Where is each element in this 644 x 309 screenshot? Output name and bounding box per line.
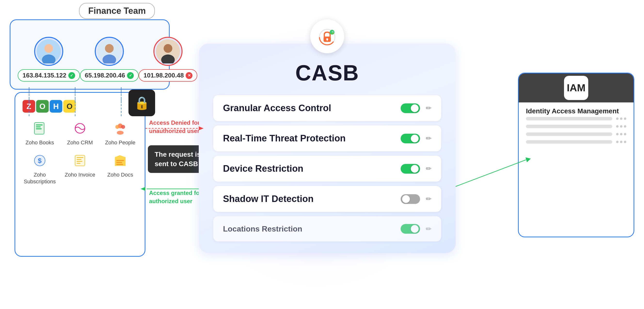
crm-icon: [72, 120, 88, 137]
app-docs-name: Zoho Docs: [107, 171, 133, 178]
feature-controls-0: ✏: [401, 103, 432, 113]
feature-row-1: Real-Time Threat Protection ✏: [213, 125, 441, 151]
edit-icon-2[interactable]: ✏: [426, 165, 432, 173]
app-invoice: Zoho Invoice: [63, 152, 97, 185]
edit-icon-1[interactable]: ✏: [426, 134, 432, 142]
casb-panel: CASB Granular Access Control ✏ Real-Time…: [199, 43, 456, 253]
app-crm-name: Zoho CRM: [67, 139, 93, 146]
feature-row-3: Shadow IT Detection ✏: [213, 186, 441, 212]
zoho-logo: Z O H O: [22, 100, 138, 113]
lock-badge: 🔒: [128, 90, 155, 116]
casb-icon-circle: 🍃: [310, 19, 344, 53]
access-denied-text: Access Denied for unauthorized user: [149, 119, 202, 135]
svg-rect-22: [76, 161, 82, 162]
ip-badge-3: 101.98.200.48 ✕: [139, 69, 197, 82]
dot: [620, 141, 622, 143]
iam-dots-3: [616, 133, 626, 135]
svg-rect-10: [36, 124, 43, 125]
ip-badge-2: 65.198.200.46 ✓: [80, 69, 139, 82]
dot: [624, 117, 626, 120]
zoho-box: Z O H O Zoho Books Z: [14, 92, 146, 257]
feature-label-4: Locations Restriction: [223, 225, 302, 234]
feature-row-2: Device Restriction ✏: [213, 156, 441, 182]
svg-point-15: [121, 125, 125, 129]
toggle-1[interactable]: [401, 134, 420, 143]
toggle-2[interactable]: [401, 164, 420, 174]
feature-controls-2: ✏: [401, 164, 432, 174]
feature-label-1: Real-Time Threat Protection: [223, 133, 346, 144]
iam-icon-box: IAM: [564, 76, 588, 100]
iam-row-4: [526, 140, 626, 144]
zoho-apps-grid: Zoho Books Zoho CRM Zoho People: [22, 120, 138, 185]
svg-rect-21: [76, 159, 82, 160]
iam-bar-3: [526, 132, 612, 136]
dot: [620, 117, 622, 120]
dot: [616, 117, 618, 120]
iam-row-1: [526, 117, 626, 120]
feature-controls-1: ✏: [401, 134, 432, 143]
iam-bar-4: [526, 140, 612, 144]
svg-rect-12: [36, 128, 42, 129]
svg-rect-31: [327, 39, 328, 41]
iam-bar-2: [526, 125, 612, 128]
svg-rect-11: [36, 126, 41, 127]
app-docs: Zoho Docs: [103, 152, 138, 185]
svg-point-14: [115, 125, 119, 129]
zoho-h: H: [50, 100, 62, 113]
iam-row-2: [526, 125, 626, 128]
feature-row-4: Locations Restriction ✏: [213, 216, 441, 242]
svg-rect-25: [116, 162, 122, 163]
avatar-1: [34, 37, 63, 66]
svg-point-1: [44, 44, 53, 53]
toggle-3[interactable]: [401, 194, 420, 204]
toggle-0[interactable]: [401, 103, 420, 113]
dot: [616, 141, 618, 143]
iam-row-3: [526, 132, 626, 136]
app-books-name: Zoho Books: [26, 139, 54, 146]
feature-controls-3: ✏: [401, 194, 432, 204]
check-icon-2: ✓: [127, 72, 134, 79]
svg-line-41: [456, 160, 526, 186]
iam-dots-2: [616, 125, 626, 128]
user-item-2: 65.198.200.46 ✓: [80, 37, 139, 82]
x-icon-3: ✕: [186, 72, 192, 79]
app-people: Zoho People: [103, 120, 138, 146]
svg-text:$: $: [38, 157, 42, 164]
svg-rect-24: [116, 160, 124, 161]
edit-icon-0[interactable]: ✏: [426, 104, 432, 112]
feature-label-2: Device Restriction: [223, 163, 304, 174]
toggle-4[interactable]: [401, 224, 420, 234]
invoice-icon: [72, 152, 88, 169]
dot: [624, 125, 626, 128]
people-icon: [112, 120, 129, 137]
dot: [624, 133, 626, 135]
dot: [620, 133, 622, 135]
subscriptions-icon: $: [31, 152, 48, 169]
avatar-3: [154, 37, 182, 66]
books-icon: [31, 120, 48, 137]
svg-rect-23: [76, 163, 80, 164]
dot: [620, 125, 622, 128]
edit-icon-3[interactable]: ✏: [426, 195, 432, 203]
iam-dots-4: [616, 141, 626, 143]
dot: [616, 125, 618, 128]
feature-label-0: Granular Access Control: [223, 103, 331, 113]
app-subscriptions: $ Zoho Subscriptions: [22, 152, 57, 185]
ip-badge-1: 163.84.135.122 ✓: [18, 69, 80, 82]
svg-text:🍃: 🍃: [331, 30, 334, 34]
app-invoice-name: Zoho Invoice: [65, 171, 95, 178]
edit-icon-4[interactable]: ✏: [426, 225, 432, 233]
svg-point-7: [164, 44, 172, 53]
user-item-1: 163.84.135.122 ✓: [18, 37, 80, 82]
app-crm: Zoho CRM: [63, 120, 97, 146]
dot: [624, 141, 626, 143]
dot: [616, 133, 618, 135]
app-books: Zoho Books: [22, 120, 57, 146]
zoho-z: Z: [22, 100, 35, 113]
access-granted-text: Access granted for authorized user: [149, 189, 202, 205]
app-people-name: Zoho People: [105, 139, 136, 146]
check-icon-1: ✓: [68, 72, 75, 79]
app-subscriptions-name: Zoho Subscriptions: [22, 171, 57, 185]
casb-logo-area: 🍃: [199, 19, 456, 56]
svg-point-4: [105, 44, 114, 53]
